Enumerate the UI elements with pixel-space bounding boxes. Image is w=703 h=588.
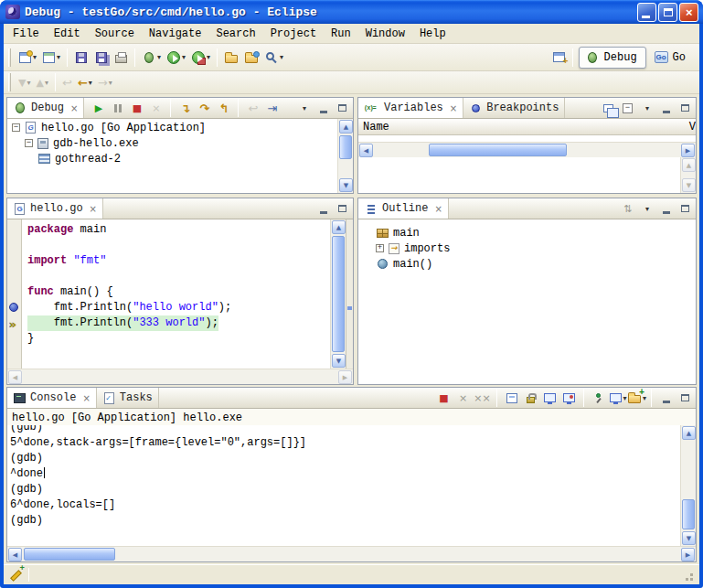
close-tab-icon[interactable]: × xyxy=(82,393,90,403)
maximize-view-button[interactable] xyxy=(676,100,694,117)
step-over-button[interactable]: ↷ xyxy=(196,100,213,117)
minimize-view-button[interactable] xyxy=(657,390,675,407)
minimize-view-button[interactable] xyxy=(657,100,675,117)
maximize-view-button[interactable] xyxy=(334,200,351,218)
window-maximize-button[interactable] xyxy=(658,3,677,22)
scrollbar-track[interactable] xyxy=(681,173,696,177)
scroll-left-button[interactable]: ◀ xyxy=(8,370,22,384)
tab-debug[interactable]: Debug × xyxy=(7,98,84,118)
editor-vscrollbar[interactable]: ▲ ▼ xyxy=(330,219,346,369)
tab-outline[interactable]: Outline × xyxy=(358,198,449,219)
menu-project[interactable]: Project xyxy=(263,26,324,42)
forward-button[interactable]: →▾ xyxy=(95,71,115,93)
scroll-right-button[interactable]: ▶ xyxy=(681,144,695,157)
save-all-button[interactable] xyxy=(91,47,112,69)
chevron-down-icon[interactable]: ▾ xyxy=(623,394,627,402)
terminate-button[interactable]: ■ xyxy=(128,100,145,117)
scrollbar-track[interactable] xyxy=(23,369,337,384)
view-menu-button[interactable]: ▾ xyxy=(638,100,655,117)
variables-hscrollbar[interactable]: ◀ ▶ xyxy=(358,142,696,157)
show-logical-structure-button[interactable] xyxy=(600,100,617,117)
scroll-up-button[interactable]: ▲ xyxy=(682,426,696,440)
clear-console-button[interactable] xyxy=(503,390,520,407)
scroll-right-button[interactable]: ▶ xyxy=(338,370,352,384)
scroll-up-button[interactable]: ▲ xyxy=(332,220,346,234)
titlebar[interactable]: Debug - testGo/src/cmd/hello.go - Eclips… xyxy=(0,0,703,24)
open-console-button[interactable]: ▾ xyxy=(628,390,645,407)
scroll-down-button[interactable]: ▼ xyxy=(332,354,346,368)
tab-variables[interactable]: Variables × xyxy=(358,98,463,118)
disconnect-button[interactable]: × xyxy=(147,100,165,117)
view-menu-button[interactable]: ▾ xyxy=(295,100,313,117)
variables-column-header[interactable]: Name V xyxy=(358,119,696,135)
display-console-button[interactable]: ▾ xyxy=(609,390,626,407)
step-into-button[interactable]: ↴ xyxy=(176,100,194,117)
minimize-view-button[interactable] xyxy=(314,200,332,218)
debug-launch-button[interactable]: ▾ xyxy=(139,47,164,69)
chevron-down-icon[interactable]: ▾ xyxy=(57,53,60,61)
detail-text-area[interactable] xyxy=(358,157,680,193)
console-vscrollbar[interactable]: ▲ ▼ xyxy=(680,425,696,546)
gutter-marker[interactable] xyxy=(9,303,18,312)
tree-row[interactable]: gothread-2 xyxy=(7,151,337,166)
chevron-down-icon[interactable]: ▾ xyxy=(157,53,161,61)
minimize-view-button[interactable] xyxy=(657,200,675,218)
code-area[interactable]: package main import "fmt" func main() { … xyxy=(7,219,330,369)
minimize-view-button[interactable] xyxy=(314,100,332,117)
menu-source[interactable]: Source xyxy=(88,26,142,42)
window-minimize-button[interactable] xyxy=(637,3,656,22)
tab-hello-go[interactable]: hello.go × xyxy=(7,198,103,219)
scrollbar-track[interactable] xyxy=(338,134,353,177)
save-button[interactable] xyxy=(71,47,91,69)
scrollbar-thumb[interactable] xyxy=(24,548,115,561)
chevron-down-icon[interactable]: ▾ xyxy=(89,79,92,87)
console-output[interactable]: (gdb)5^done,stack-args=[frame={level="0"… xyxy=(7,425,680,546)
show-stderr-button[interactable] xyxy=(560,390,578,407)
overview-marker[interactable] xyxy=(347,306,352,310)
run-launch-button[interactable]: ▾ xyxy=(164,47,188,69)
chevron-down-icon[interactable]: ▾ xyxy=(27,79,30,87)
new-element-button[interactable]: ▾ xyxy=(39,47,63,69)
remove-launch-button[interactable]: × xyxy=(454,390,472,407)
pin-console-button[interactable] xyxy=(590,390,607,407)
console-hscrollbar[interactable]: ◀ ▶ xyxy=(7,546,696,561)
search-button[interactable]: ▾ xyxy=(261,47,286,69)
scrollbar-thumb[interactable] xyxy=(332,236,345,352)
window-close-button[interactable]: × xyxy=(679,3,698,22)
print-button[interactable] xyxy=(112,47,131,69)
overview-ruler[interactable] xyxy=(346,219,353,369)
tree-expander[interactable]: − xyxy=(12,123,20,132)
last-edit-location-button[interactable]: ↩ xyxy=(59,71,75,93)
tree-row[interactable]: −gdb-hello.exe xyxy=(7,135,337,151)
new-wizard-button[interactable]: ▾ xyxy=(16,47,39,69)
scroll-down-button[interactable]: ▼ xyxy=(682,531,696,545)
code-line[interactable]: func main() { xyxy=(7,284,330,300)
menu-search[interactable]: Search xyxy=(208,26,262,42)
external-tools-button[interactable]: ▾ xyxy=(188,47,213,69)
scroll-up-button[interactable]: ▲ xyxy=(682,158,696,172)
open-type-button[interactable] xyxy=(221,47,241,69)
tree-row[interactable]: main xyxy=(371,225,696,241)
tab-console[interactable]: Console × xyxy=(7,388,97,408)
scroll-up-button[interactable]: ▲ xyxy=(339,120,353,134)
collapse-all-button[interactable] xyxy=(619,100,636,117)
menu-navigate[interactable]: Navigate xyxy=(142,26,209,42)
close-tab-icon[interactable]: × xyxy=(70,103,78,113)
perspective-go-button[interactable]: Go xyxy=(648,47,695,69)
variables-detail-pane[interactable]: ▲ ▼ xyxy=(358,157,696,193)
menu-window[interactable]: Window xyxy=(358,26,412,42)
chevron-down-icon[interactable]: ▾ xyxy=(280,53,283,61)
menu-help[interactable]: Help xyxy=(412,26,453,42)
code-line[interactable] xyxy=(7,269,330,284)
maximize-view-button[interactable] xyxy=(676,390,694,407)
code-line[interactable] xyxy=(7,238,330,253)
resize-grip[interactable] xyxy=(681,569,694,582)
menu-edit[interactable]: Edit xyxy=(47,26,88,42)
scroll-right-button[interactable]: ▶ xyxy=(681,548,695,561)
maximize-view-button[interactable] xyxy=(676,200,694,218)
scrollbar-track[interactable] xyxy=(331,235,346,353)
scroll-lock-button[interactable] xyxy=(522,390,539,407)
code-line[interactable]: import "fmt" xyxy=(7,253,330,269)
show-stdout-button[interactable] xyxy=(541,390,559,407)
debug-scrollbar[interactable]: ▲ ▼ xyxy=(337,119,353,193)
